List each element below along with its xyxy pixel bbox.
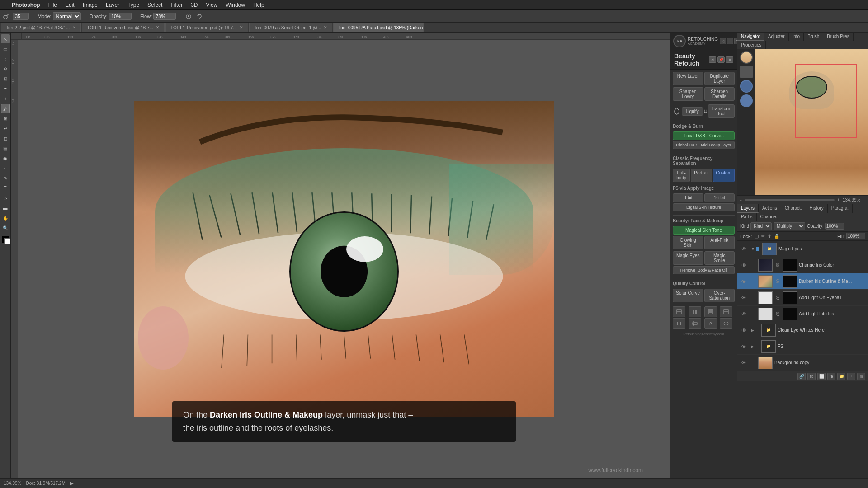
glowing-skin-btn[interactable]: Glowing Skin (673, 236, 703, 249)
zoom-minus-icon[interactable]: - (740, 197, 742, 202)
duplicate-layer-btn[interactable]: Duplicate Layer (704, 72, 735, 85)
airbrush-icon[interactable] (184, 12, 193, 20)
layer-fold-magic-eyes[interactable]: ▼ (751, 247, 755, 251)
layer-fold-clean[interactable]: ▶ (751, 328, 754, 333)
lock-position-icon[interactable]: ✛ (768, 234, 771, 239)
layer-vis-darken-iris[interactable]: 👁 (740, 278, 747, 285)
lock-paint-icon[interactable]: ✏ (761, 234, 765, 239)
icon-btn-3[interactable] (704, 306, 717, 317)
layer-vis-iris[interactable]: 👁 (740, 311, 747, 317)
pen-tool[interactable]: ✎ (1, 174, 10, 183)
kind-select[interactable]: Kind (750, 222, 772, 230)
custom-btn[interactable]: Custom (713, 169, 735, 182)
liquify-btn[interactable]: Liquify (682, 107, 703, 116)
navigator-tab[interactable]: Navigator (737, 33, 764, 41)
tab-5-active[interactable]: Tori_0095 RA Panel.psd @ 135% (Darken Ir… (333, 23, 424, 32)
brush-size-input[interactable] (13, 13, 29, 20)
link-layers-btn[interactable]: 🔗 (797, 373, 806, 380)
panel-pin-btn[interactable]: ◁ (720, 38, 726, 44)
magical-skin-btn[interactable]: Magical Skin Tone (673, 226, 735, 235)
canvas-document[interactable] (134, 101, 554, 417)
menu-window[interactable]: Window (222, 1, 249, 9)
sharpen-lowry-btn[interactable]: Sharpen Lowry (673, 87, 703, 101)
add-mask-btn[interactable]: ⬜ (817, 373, 826, 380)
tab-1[interactable]: Tori-2-2.psd @ 16.7% (RGB/1... ✕ (1, 23, 81, 32)
menu-help[interactable]: Help (250, 1, 268, 9)
portrait-btn[interactable]: Portrait (691, 169, 712, 182)
menu-filter[interactable]: Filter (167, 1, 186, 9)
menu-edit[interactable]: Edit (61, 1, 78, 9)
transform-tool-btn[interactable]: Transform Tool (708, 104, 735, 118)
remove-body-btn[interactable]: Remove: Body & Face Oil (673, 266, 735, 274)
zoom-plus-icon[interactable]: + (837, 197, 840, 202)
icon-btn-5[interactable] (673, 318, 685, 329)
layers-tab[interactable]: Layers (737, 204, 759, 213)
lasso-tool[interactable]: ⌇ (1, 54, 10, 63)
layer-background-copy[interactable]: 👁 Background copy (737, 355, 868, 371)
flow-input[interactable] (153, 13, 176, 20)
menu-view[interactable]: View (202, 1, 221, 9)
layer-add-light-eyeball[interactable]: 👁 ⛓ Add Light On Eyeball (737, 290, 868, 306)
menu-image[interactable]: Image (79, 1, 101, 9)
layer-change-iris[interactable]: 👁 ⛓ Change Iris Color (737, 257, 868, 273)
close-tab-3[interactable]: ✕ (240, 25, 243, 30)
crop-tool[interactable]: ⊡ (1, 74, 10, 83)
history-tab[interactable]: History (806, 204, 828, 213)
reset-icon[interactable] (195, 12, 203, 20)
text-tool[interactable]: T (1, 183, 10, 192)
layer-add-light-iris[interactable]: 👁 ⛓ Add Light Into Iris (737, 306, 868, 322)
blur-tool[interactable]: ◉ (1, 154, 10, 163)
actions-tab[interactable]: Actions (759, 204, 781, 213)
layer-vis-clean[interactable]: 👁 (740, 327, 747, 333)
digital-skin-btn[interactable]: Digital Skin Texture (673, 203, 735, 211)
magic-eyes-btn[interactable]: Magic Eyes (673, 251, 703, 265)
br-collapse-btn[interactable]: ◁ (709, 56, 716, 63)
lock-transparency-icon[interactable]: ▢ (755, 234, 759, 239)
opacity-value-input[interactable] (825, 223, 844, 230)
brush-tab[interactable]: Brush (804, 33, 823, 41)
select-rect-tool[interactable]: ▭ (1, 44, 10, 53)
eyedropper-tool[interactable]: ✒ (1, 84, 10, 93)
gradient-tool[interactable]: ▤ (1, 144, 10, 153)
add-style-btn[interactable]: fx (807, 373, 816, 380)
menu-photoshop[interactable]: Photoshop (8, 1, 44, 9)
blend-mode-select[interactable]: Multiply (774, 222, 805, 230)
fill-value-input[interactable] (846, 233, 865, 239)
solar-curve-btn[interactable]: Solar Curve (673, 289, 703, 302)
icon-btn-4[interactable] (720, 306, 732, 317)
icon-btn-8[interactable] (720, 318, 732, 329)
menu-layer[interactable]: Layer (102, 1, 123, 9)
paragraph-tab[interactable]: Paragra. (828, 204, 853, 213)
layer-fold-fs[interactable]: ▶ (751, 344, 754, 349)
info-tab[interactable]: Info (789, 33, 804, 41)
global-db-btn[interactable]: Global D&B - Mid-Group Layer (673, 141, 735, 149)
mode-select[interactable]: Normal (53, 12, 81, 20)
close-tab-2[interactable]: ✕ (156, 25, 160, 30)
zoom-tool[interactable]: 🔍 (1, 223, 10, 232)
properties-tab[interactable]: Properties (737, 41, 766, 49)
layer-darken-iris[interactable]: 👁 ⛓ Darken Iris Outline & Ma... (737, 273, 868, 290)
brush-tool[interactable]: 🖌 (1, 104, 10, 113)
tab-4[interactable]: Tori_0079 as Smart Object-1 @... ✕ (249, 23, 333, 32)
magic-smile-btn[interactable]: Magic Smile (704, 251, 735, 265)
menu-file[interactable]: File (45, 1, 61, 9)
layer-vis-eyeball[interactable]: 👁 (740, 295, 747, 301)
close-tab-1[interactable]: ✕ (72, 25, 76, 30)
tab-2[interactable]: TORI-1-Recovered.psd @ 16.7... ✕ (82, 23, 165, 32)
add-adjustment-btn[interactable]: ◑ (827, 373, 835, 380)
over-saturation-btn[interactable]: Over-Saturation (704, 289, 735, 302)
panel-menu-btn[interactable]: ☰ (727, 38, 733, 44)
quick-select-tool[interactable]: ⊙ (1, 64, 10, 73)
hand-tool[interactable]: ✋ (1, 213, 10, 222)
menu-3d[interactable]: 3D (187, 1, 201, 9)
new-layer-btn[interactable]: New Layer (673, 72, 703, 85)
move-tool[interactable]: ↖ (1, 34, 10, 43)
close-tab-4[interactable]: ✕ (324, 25, 327, 30)
adjuster-tab[interactable]: Adjuster (764, 33, 789, 41)
history-brush-tool[interactable]: ↩ (1, 124, 10, 133)
canvas-area[interactable]: On the Darken Iris Outline & Makeup laye… (18, 40, 670, 478)
icon-btn-2[interactable] (689, 306, 701, 317)
bit8-btn[interactable]: 8-bit (673, 193, 703, 202)
local-db-curves-btn[interactable]: Local D&B - Curves (673, 131, 735, 140)
lock-all-icon[interactable]: 🔒 (774, 234, 779, 239)
